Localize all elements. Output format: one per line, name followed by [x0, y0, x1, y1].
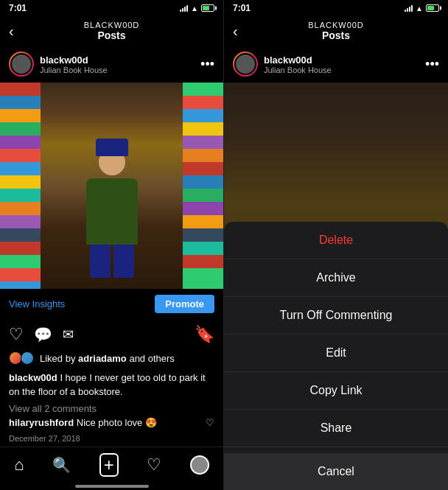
- battery-icon-right: [426, 4, 439, 12]
- status-icons-right: ▲: [405, 4, 439, 13]
- view-insights-link[interactable]: View Insights: [9, 298, 65, 309]
- header-username-right: BLACKW00D: [308, 21, 364, 29]
- header-title-block-left: BLACKW00D Posts: [84, 21, 140, 41]
- turn-off-commenting-label: Turn Off Commenting: [280, 309, 393, 322]
- like-icon[interactable]: ♡: [9, 325, 24, 344]
- comment-text: hilaryrushford Nice photo love 😍: [9, 417, 157, 428]
- comment-username[interactable]: hilaryrushford: [9, 417, 74, 428]
- caption-username[interactable]: blackw00d: [9, 372, 57, 383]
- avatar-left[interactable]: [9, 52, 34, 77]
- profile-row-left: blackw00d Julian Book House •••: [0, 46, 223, 83]
- action-row: ♡ 💬 ✉ 🔖: [0, 319, 223, 350]
- edit-menu-item[interactable]: Edit: [224, 335, 448, 372]
- date-row: December 27, 2018: [0, 430, 223, 446]
- nav-heart-icon[interactable]: ♡: [147, 455, 161, 475]
- header-username-left: BLACKW00D: [84, 21, 140, 29]
- profile-info-right: blackw00d Julian Book House: [264, 55, 332, 74]
- copy-link-menu-item[interactable]: Copy Link: [224, 372, 448, 410]
- home-indicator-left: [0, 486, 223, 490]
- view-comments-link[interactable]: View all 2 comments: [0, 402, 223, 416]
- archive-menu-item[interactable]: Archive: [224, 259, 448, 297]
- share-label: Share: [321, 421, 352, 435]
- back-button-right[interactable]: ‹: [233, 23, 238, 40]
- profile-row-right: blackw00d Julian Book House •••: [224, 46, 448, 83]
- profile-username-left: blackw00d: [40, 55, 108, 66]
- profile-info-left: blackw00d Julian Book House: [40, 55, 108, 74]
- nav-home-icon[interactable]: ⌂: [14, 455, 24, 475]
- turn-off-commenting-menu-item[interactable]: Turn Off Commenting: [224, 297, 448, 335]
- right-panel: 7:01 ▲ ‹ BLACKW00D Posts: [224, 0, 448, 490]
- signal-icon-right: [405, 4, 413, 12]
- cancel-label: Cancel: [318, 465, 354, 478]
- profile-username-right: blackw00d: [264, 55, 332, 66]
- profile-left: blackw00d Julian Book House: [9, 52, 108, 77]
- nav-profile-avatar[interactable]: [190, 455, 209, 475]
- comment-row: hilaryrushford Nice photo love 😍 ♡: [0, 416, 223, 430]
- header-subtitle-left: Posts: [84, 29, 140, 41]
- signal-icon: [180, 4, 188, 12]
- caption-row: blackw00d I hope I never get too old to …: [0, 368, 223, 402]
- back-button-left[interactable]: ‹: [9, 23, 14, 40]
- delete-menu-item[interactable]: Delete: [224, 222, 448, 259]
- more-dots-left[interactable]: •••: [200, 57, 214, 72]
- person-silhouette: [75, 149, 149, 281]
- like-avatar-2: [21, 351, 34, 365]
- bookshelf-left: [0, 83, 41, 289]
- status-bar-left: 7:01 ▲: [0, 0, 223, 16]
- post-image-left: [0, 83, 223, 289]
- header-subtitle-right: Posts: [308, 29, 364, 41]
- action-icons-left: ♡ 💬 ✉: [9, 325, 74, 344]
- likes-avatars: Liked by adriadamo and others: [9, 351, 214, 365]
- share-icon[interactable]: ✉: [63, 326, 74, 343]
- time-left: 7:01: [9, 3, 27, 13]
- profile-tagline-left: Julian Book House: [40, 66, 108, 74]
- likes-row: Liked by adriadamo and others: [0, 350, 223, 368]
- avatar-right[interactable]: [233, 52, 258, 77]
- wifi-icon-right: ▲: [416, 4, 423, 13]
- caption-text: blackw00d I hope I never get too old to …: [9, 372, 206, 397]
- battery-icon: [201, 4, 214, 12]
- bookshelf-right: [183, 83, 223, 289]
- more-dots-right[interactable]: •••: [425, 57, 439, 72]
- likes-highlight[interactable]: adriadamo: [78, 353, 127, 364]
- profile-left-right: blackw00d Julian Book House: [233, 52, 332, 77]
- nav-search-icon[interactable]: 🔍: [52, 456, 71, 474]
- time-right: 7:01: [233, 3, 251, 13]
- copy-link-label: Copy Link: [309, 384, 362, 397]
- post-date: December 27, 2018: [9, 434, 80, 443]
- comment-body: Nice photo love 😍: [74, 417, 157, 428]
- promote-button[interactable]: Promote: [155, 295, 214, 313]
- header-title-block-right: BLACKW00D Posts: [308, 21, 364, 41]
- comment-heart-icon[interactable]: ♡: [206, 417, 214, 428]
- action-sheet: Delete Archive Turn Off Commenting Edit …: [224, 222, 448, 490]
- nav-add-icon[interactable]: +: [99, 453, 119, 477]
- bookmark-icon[interactable]: 🔖: [195, 325, 214, 344]
- edit-label: Edit: [326, 346, 346, 360]
- insights-bar: View Insights Promote: [0, 289, 223, 319]
- comment-icon[interactable]: 💬: [34, 326, 52, 343]
- cancel-menu-item[interactable]: Cancel: [224, 453, 448, 490]
- header-left: ‹ BLACKW00D Posts: [0, 16, 223, 46]
- share-menu-item[interactable]: Share: [224, 410, 448, 447]
- bottom-nav-left: ⌂ 🔍 + ♡: [0, 447, 223, 486]
- wifi-icon: ▲: [191, 4, 198, 13]
- delete-label: Delete: [319, 234, 353, 247]
- likes-text: Liked by adriadamo and others: [40, 353, 175, 364]
- archive-label: Archive: [316, 271, 355, 284]
- status-bar-right: 7:01 ▲: [224, 0, 448, 16]
- left-panel: 7:01 ▲ ‹ BLACKW00D Posts: [0, 0, 224, 490]
- profile-tagline-right: Julian Book House: [264, 66, 332, 74]
- status-icons-left: ▲: [180, 4, 214, 13]
- header-right: ‹ BLACKW00D Posts: [224, 16, 448, 46]
